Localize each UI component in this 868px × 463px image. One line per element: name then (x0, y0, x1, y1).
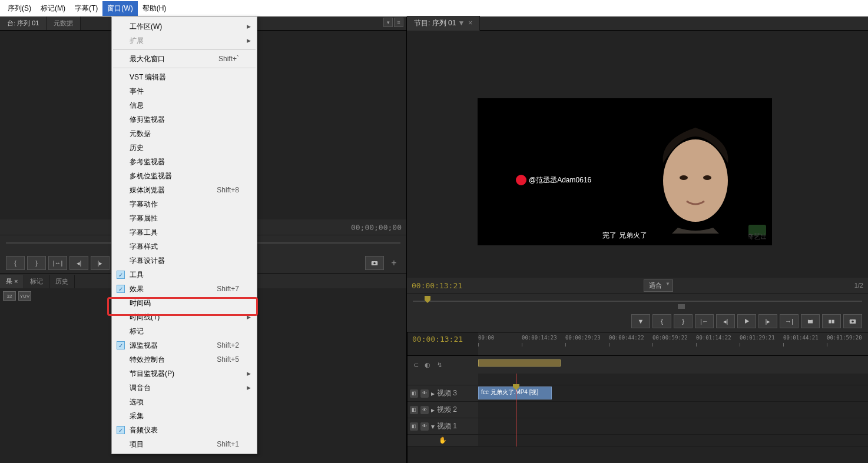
menu-item-[interactable]: 字幕工具 (112, 225, 257, 239)
ruler-tick: 00:00:44:22 (609, 335, 644, 341)
add-button[interactable]: + (387, 257, 400, 269)
source-tab-metadata[interactable]: 元数据 (47, 16, 81, 30)
timeline-controls: ⊂ ◐ ↯ (408, 356, 478, 374)
goto-out-button[interactable]: →| (780, 314, 799, 328)
mark-in-button[interactable]: { (652, 314, 671, 328)
fit-dropdown[interactable]: 适合 (644, 279, 673, 292)
eye-icon[interactable]: 👁 (420, 389, 429, 398)
source-tab-sequence[interactable]: 台: 序列 01 (0, 16, 47, 30)
menu-item-[interactable]: 事件 (112, 84, 257, 98)
eye-icon[interactable]: 👁 (420, 422, 429, 431)
menu-item-[interactable]: ✓源监视器Shift+2 (112, 338, 257, 352)
menu-title[interactable]: 字幕(T) (70, 1, 102, 16)
menu-item-[interactable]: ✓效果Shift+7 (112, 282, 257, 296)
snap-icon[interactable]: ⊂ (411, 360, 420, 369)
menu-item-P[interactable]: 节目监视器(P)▶ (112, 367, 257, 381)
menu-item-[interactable]: 最大化窗口Shift+` (112, 52, 257, 66)
video-preview: @范丞丞Adam0616 完了 兄弟火了 爱奇艺出品 (478, 98, 772, 245)
effects-tab-marker[interactable]: 标记 (24, 275, 49, 288)
menu-item-[interactable]: 字幕样式 (112, 239, 257, 254)
menu-item-[interactable]: 调音台▶ (112, 381, 257, 395)
menu-item-[interactable]: 修剪监视器 (112, 112, 257, 126)
menu-item-: 扩展▶ (112, 34, 257, 48)
timeline-panel: 00:00:13:21 00:0000:00:14:2300:00:29:230… (407, 332, 868, 463)
play-button[interactable] (737, 314, 756, 328)
program-timecode-bar: 00:00:13:21 适合 1/2 (407, 278, 868, 293)
menu-sequence[interactable]: 序列(S) (3, 1, 36, 16)
in-out-button[interactable]: |↔| (48, 256, 67, 270)
effects-tab-result[interactable]: 果 × (0, 275, 24, 288)
menu-item-[interactable]: 媒体浏览器Shift+8 (112, 183, 257, 197)
snapshot-button[interactable] (365, 256, 384, 270)
ruler-tick: 00:00:59:22 (652, 335, 688, 341)
timeline-playhead[interactable] (516, 374, 516, 447)
work-area-bar[interactable] (478, 359, 561, 367)
window-menu-dropdown: 工作区(W)▶扩展▶最大化窗口Shift+`VST 编辑器事件信息修剪监视器元数… (111, 16, 257, 454)
toggle-track-icon[interactable]: ◧ (410, 406, 418, 414)
sync-icon[interactable]: ◐ (423, 360, 432, 369)
menu-item-VST[interactable]: VST 编辑器 (112, 70, 257, 84)
track-head-v1[interactable]: ◧ 👁 ▾视频 1 (408, 418, 478, 434)
effects-tab-history[interactable]: 历史 (49, 275, 75, 288)
menu-item-[interactable]: 选项 (112, 395, 257, 409)
menu-item-[interactable]: 历史 (112, 141, 257, 155)
step-forward-button[interactable]: |▸ (758, 314, 777, 328)
menu-item-[interactable]: 字幕属性 (112, 211, 257, 225)
panel-menu-icon[interactable]: ▾ (383, 18, 393, 27)
menu-item-[interactable]: 信息 (112, 98, 257, 112)
menu-item-[interactable]: 字幕动作 (112, 197, 257, 211)
program-timecode: 00:00:13:21 (412, 281, 462, 290)
scrubber-playhead[interactable] (425, 296, 430, 303)
toggle-track-icon[interactable]: ◧ (410, 389, 418, 398)
program-scrubber[interactable] (407, 293, 868, 311)
track-head-v3[interactable]: ◧ 👁 ▸视频 3 (408, 385, 478, 401)
mark-in-button[interactable]: { (6, 256, 25, 270)
program-monitor: @范丞丞Adam0616 完了 兄弟火了 爱奇艺出品 (407, 31, 868, 278)
menu-item-[interactable]: 元数据 (112, 126, 257, 141)
add-marker-button[interactable]: ▼ (631, 314, 650, 328)
svg-point-3 (680, 175, 688, 180)
menu-item-[interactable]: 参考监视器 (112, 155, 257, 169)
menu-item-[interactable]: 时间码 (112, 296, 257, 310)
step-back-button[interactable]: ◂| (716, 314, 735, 328)
svg-text:爱奇艺出品: 爱奇艺出品 (748, 232, 766, 239)
step-fwd-button[interactable]: |▸ (91, 256, 110, 270)
menu-window[interactable]: 窗口(W) (102, 1, 137, 16)
panel-options-icon[interactable]: ≡ (394, 18, 403, 27)
menu-item-[interactable]: ✓音频仪表 (112, 423, 257, 437)
ruler-tick: 00:01:59:20 (827, 335, 862, 341)
mark-out-button[interactable]: } (27, 256, 46, 270)
mark-out-button[interactable]: } (674, 314, 693, 328)
menu-help[interactable]: 帮助(H) (138, 1, 171, 16)
program-panel-header: 节目: 序列 01 ▼× (407, 16, 868, 31)
menu-marker[interactable]: 标记(M) (36, 1, 70, 16)
ruler-tick: 00:01:44:21 (783, 335, 819, 341)
track-head-v2[interactable]: ◧ 👁 ▸视频 2 (408, 402, 478, 418)
toggle-track-icon[interactable]: ◧ (410, 422, 418, 431)
program-transport: ▼ { } |← ◂| |▸ →| (407, 311, 868, 332)
menu-item-[interactable]: ✓工具 (112, 268, 257, 282)
menu-item-W[interactable]: 工作区(W)▶ (112, 19, 257, 34)
goto-in-button[interactable]: |← (695, 314, 714, 328)
menu-item-[interactable]: 特效控制台Shift+5 (112, 352, 257, 367)
timeline-ruler[interactable]: 00:0000:00:14:2300:00:29:2300:00:44:2200… (478, 332, 868, 355)
menu-item-T[interactable]: 时间线(T)▶ (112, 310, 257, 324)
link-icon[interactable]: ↯ (435, 360, 444, 369)
step-back-button[interactable]: ◂| (69, 256, 88, 270)
lift-button[interactable] (801, 314, 820, 328)
menu-item-[interactable]: 标记 (112, 324, 257, 338)
hand-tool-icon[interactable]: ✋ (438, 436, 448, 445)
menu-item-[interactable]: 项目Shift+1 (112, 437, 257, 451)
menu-item-[interactable]: 多机位监视器 (112, 169, 257, 183)
extract-button[interactable] (822, 314, 841, 328)
export-frame-button[interactable] (843, 314, 862, 328)
eye-icon[interactable]: 👁 (420, 406, 429, 414)
menu-item-[interactable]: 字幕设计器 (112, 254, 257, 268)
timeline-timecode: 00:00:13:21 (412, 335, 463, 344)
iqiyi-watermark: 爱奇艺出品 (748, 225, 766, 239)
menu-item-[interactable]: 采集 (112, 409, 257, 423)
page-indicator: 1/2 (854, 282, 863, 289)
program-tab[interactable]: 节目: 序列 01 ▼× (407, 16, 480, 31)
weibo-watermark: @范丞丞Adam0616 (516, 175, 591, 185)
ruler-tick: 00:01:14:22 (696, 335, 731, 341)
